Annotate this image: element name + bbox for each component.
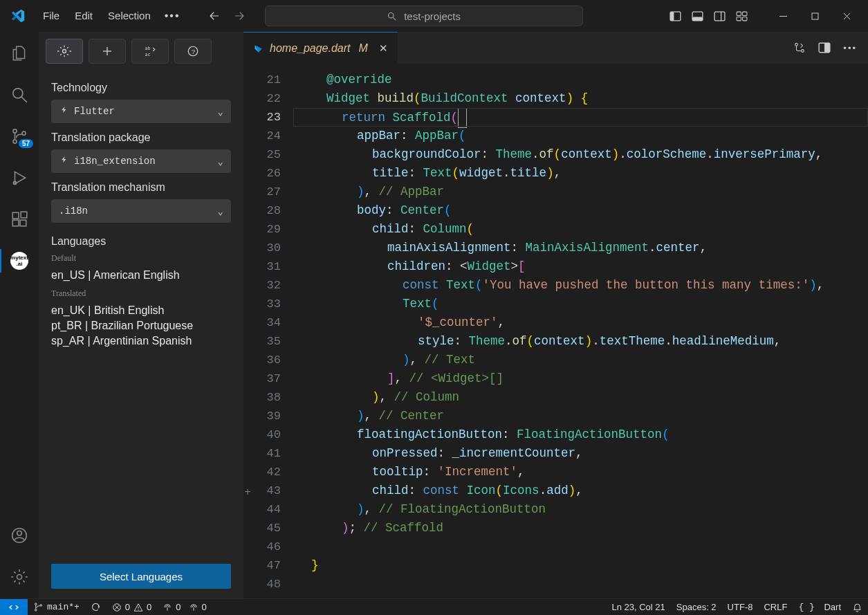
language-item[interactable]: en_UK | British English — [51, 303, 231, 318]
extensions-icon[interactable] — [0, 205, 39, 234]
customize-layout-icon[interactable] — [735, 10, 748, 22]
language-mode[interactable]: { } Dart — [793, 599, 847, 616]
git-branch[interactable]: main*+ — [28, 599, 85, 616]
menu-bar: File Edit Selection ••• — [36, 7, 186, 25]
indentation[interactable]: Spaces: 2 — [671, 599, 722, 616]
languages-header: Languages — [51, 235, 231, 248]
line-gutter: 2122232425262728293031323334353637383940… — [243, 64, 293, 598]
svg-rect-6 — [714, 12, 725, 21]
svg-rect-23 — [12, 220, 19, 226]
editor-area: home_page.dart M ✕ ••• 21222324252627282… — [243, 32, 868, 598]
svg-point-20 — [22, 131, 26, 135]
compare-changes-icon[interactable] — [793, 42, 806, 54]
remote-indicator-icon[interactable] — [0, 599, 28, 616]
ports[interactable]: 0 0 — [157, 599, 212, 616]
tab-actions: ••• — [782, 32, 868, 64]
svg-rect-9 — [742, 12, 746, 15]
chevron-down-icon: ⌄ — [218, 205, 223, 217]
source-control-icon[interactable]: 57 — [0, 122, 39, 151]
minimize-icon[interactable] — [767, 0, 799, 32]
menu-edit[interactable]: Edit — [68, 7, 100, 25]
mechanism-label: Translation mechanism — [51, 181, 231, 194]
package-dropdown[interactable]: i18n_extension ⌄ — [51, 149, 231, 173]
tab-close-icon[interactable]: ✕ — [379, 42, 388, 55]
code-content[interactable]: @overrideWidget build(BuildContext conte… — [293, 64, 868, 598]
svg-rect-8 — [737, 12, 741, 15]
svg-rect-22 — [12, 212, 19, 219]
svg-text:ab: ab — [145, 46, 151, 51]
toolbar-replace-icon[interactable]: abac — [131, 39, 169, 64]
spark-icon — [59, 156, 68, 166]
package-label: Translation package — [51, 131, 231, 144]
branch-name: main*+ — [47, 602, 80, 612]
technology-dropdown[interactable]: Flutter ⌄ — [51, 100, 231, 123]
nav-forward-icon[interactable] — [233, 10, 246, 22]
spark-icon — [59, 107, 68, 116]
eol[interactable]: CRLF — [758, 599, 793, 616]
ports-count-2: 0 — [202, 602, 207, 612]
ports-count: 0 — [176, 602, 181, 612]
close-icon[interactable] — [831, 0, 862, 32]
notifications-icon[interactable] — [847, 599, 868, 616]
toolbar-help-icon[interactable]: ? — [174, 39, 212, 64]
svg-point-36 — [795, 44, 798, 46]
cursor-position[interactable]: Ln 23, Col 21 — [606, 599, 670, 616]
dart-file-icon — [253, 44, 263, 53]
scm-badge: 57 — [19, 139, 33, 148]
mechanism-dropdown[interactable]: .i18n ⌄ — [51, 199, 231, 223]
toolbar-add-icon[interactable] — [89, 39, 126, 64]
svg-text:?: ? — [192, 48, 196, 55]
svg-line-17 — [21, 97, 27, 102]
command-center[interactable]: test-projects — [265, 6, 583, 26]
editor-body[interactable]: 2122232425262728293031323334353637383940… — [243, 64, 868, 598]
svg-point-27 — [17, 531, 22, 536]
svg-point-41 — [35, 609, 37, 612]
run-debug-icon[interactable] — [0, 163, 39, 192]
menu-file[interactable]: File — [36, 7, 66, 25]
mytext-extension-icon[interactable]: mytext .ai — [0, 246, 39, 275]
nav-arrows — [208, 10, 246, 22]
extension-sidebar: abac ? Technology Flutter ⌄ Translation … — [39, 32, 243, 598]
editor-tab[interactable]: home_page.dart M ✕ — [243, 32, 398, 64]
more-actions-icon[interactable]: ••• — [843, 43, 857, 53]
svg-point-0 — [389, 12, 394, 18]
language-item[interactable]: sp_AR | Argentinian Spanish — [51, 333, 231, 349]
chevron-down-icon: ⌄ — [218, 106, 223, 118]
status-bar: main*+ 0 0 0 0 Ln 23, Col 21 Spaces: 2 U… — [0, 598, 868, 615]
tab-filename: home_page.dart — [270, 42, 351, 55]
svg-point-42 — [40, 605, 42, 607]
default-label: Default — [51, 253, 231, 264]
nav-back-icon[interactable] — [208, 10, 221, 22]
translated-label: Translated — [51, 288, 231, 299]
language-item[interactable]: en_US | American English — [51, 268, 231, 283]
language-item[interactable]: pt_BR | Brazilian Portuguese — [51, 318, 231, 333]
problems[interactable]: 0 0 — [107, 599, 157, 616]
warning-count: 0 — [147, 602, 151, 612]
tab-bar: home_page.dart M ✕ ••• — [243, 32, 868, 64]
svg-text:ac: ac — [145, 52, 151, 57]
menu-selection[interactable]: Selection — [101, 7, 158, 25]
activity-bar: 57 mytext .ai — [0, 32, 39, 598]
search-icon — [387, 11, 397, 21]
accounts-icon[interactable] — [0, 521, 39, 550]
sync-icon[interactable] — [85, 599, 107, 616]
settings-gear-icon[interactable] — [0, 562, 39, 591]
toolbar-settings-icon[interactable] — [46, 39, 83, 64]
explorer-icon[interactable] — [0, 39, 39, 68]
select-languages-button[interactable]: Select Languages — [51, 564, 231, 589]
svg-point-28 — [17, 575, 22, 580]
svg-point-16 — [13, 89, 23, 98]
toggle-secondary-sidebar-icon[interactable] — [713, 10, 726, 22]
toggle-primary-sidebar-icon[interactable] — [669, 10, 681, 22]
menu-more-icon[interactable]: ••• — [159, 7, 186, 25]
encoding[interactable]: UTF-8 — [722, 599, 759, 616]
mechanism-value: .i18n — [59, 205, 88, 217]
search-placeholder: test-projects — [404, 10, 461, 22]
search-panel-icon[interactable] — [0, 80, 39, 109]
svg-point-19 — [13, 140, 17, 143]
chevron-down-icon: ⌄ — [218, 156, 223, 167]
maximize-icon[interactable] — [799, 0, 831, 32]
toggle-panel-icon[interactable] — [691, 10, 703, 22]
svg-point-47 — [138, 609, 138, 609]
split-editor-icon[interactable] — [818, 42, 831, 54]
